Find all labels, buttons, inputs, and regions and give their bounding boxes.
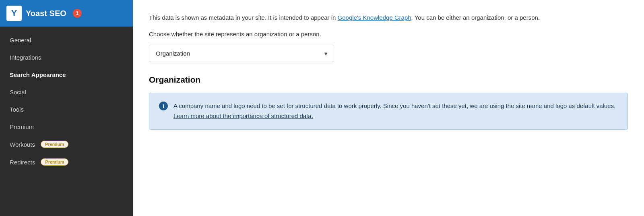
sidebar-nav: GeneralIntegrationsSearch AppearanceSoci… <box>0 27 133 216</box>
premium-badge: Premium <box>41 141 68 148</box>
sidebar-item-integrations[interactable]: Integrations <box>0 49 133 66</box>
knowledge-graph-link[interactable]: Google's Knowledge Graph <box>338 14 411 21</box>
sidebar-item-label: Tools <box>10 106 24 113</box>
sidebar-item-label: Search Appearance <box>10 71 66 78</box>
sidebar-item-tools[interactable]: Tools <box>0 101 133 118</box>
sidebar-item-label: Workouts <box>10 141 35 148</box>
sidebar-item-redirects[interactable]: RedirectsPremium <box>0 153 133 171</box>
choose-text: Choose whether the site represents an or… <box>149 31 628 37</box>
sidebar-header: Y Yoast SEO 1 <box>0 0 133 27</box>
sidebar-item-premium[interactable]: Premium <box>0 118 133 135</box>
premium-badge: Premium <box>41 158 68 166</box>
sidebar-item-label: General <box>10 37 31 44</box>
sidebar-item-search-appearance[interactable]: Search Appearance <box>0 66 133 83</box>
sidebar-item-label: Integrations <box>10 54 41 61</box>
yoast-logo: Y <box>6 6 22 21</box>
info-icon: i <box>159 102 168 110</box>
sidebar-item-workouts[interactable]: WorkoutsPremium <box>0 135 133 153</box>
description-text-after: . You can be either an organization, or … <box>411 14 540 21</box>
description-paragraph: This data is shown as metadata in your s… <box>149 13 628 23</box>
notification-badge: 1 <box>73 9 82 18</box>
sidebar-item-label: Redirects <box>10 159 35 166</box>
sidebar: Y Yoast SEO 1 GeneralIntegrationsSearch … <box>0 0 133 216</box>
sidebar-item-label: Social <box>10 89 26 96</box>
sidebar-title: Yoast SEO <box>26 9 66 18</box>
info-box: i A company name and logo need to be set… <box>149 93 628 130</box>
organization-section-title: Organization <box>149 75 628 85</box>
sidebar-item-label: Premium <box>10 123 34 130</box>
learn-more-link[interactable]: Learn more about the importance of struc… <box>173 112 313 119</box>
org-select-wrapper: OrganizationPerson ▼ <box>149 45 334 62</box>
info-box-text: A company name and logo need to be set f… <box>173 101 618 121</box>
sidebar-item-general[interactable]: General <box>0 31 133 49</box>
sidebar-item-social[interactable]: Social <box>0 83 133 101</box>
info-text-content: A company name and logo need to be set f… <box>173 102 615 109</box>
org-type-select[interactable]: OrganizationPerson <box>149 45 334 62</box>
description-text-before: This data is shown as metadata in your s… <box>149 14 338 21</box>
main-content: This data is shown as metadata in your s… <box>133 0 644 216</box>
